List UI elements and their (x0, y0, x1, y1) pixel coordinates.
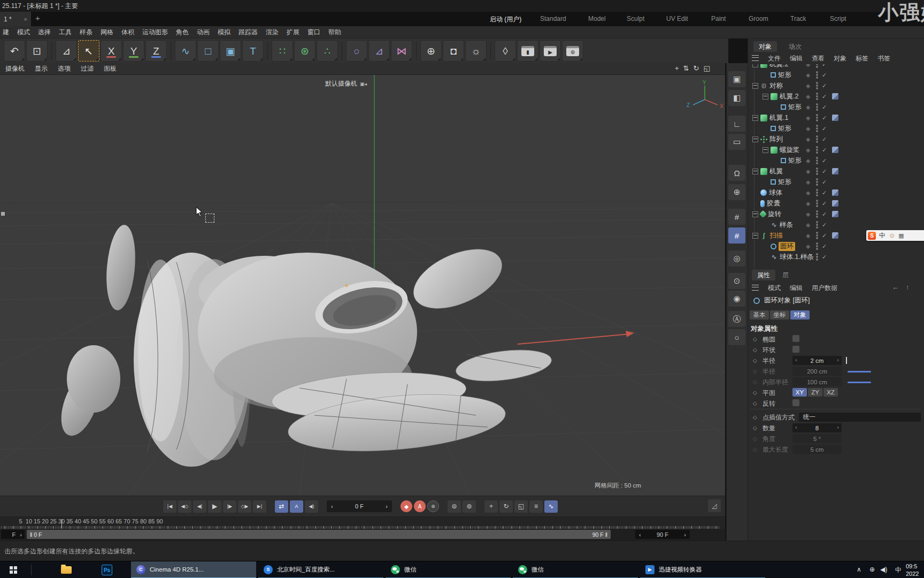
section-tab-对象[interactable]: 对象 (790, 310, 810, 320)
sound-button[interactable]: ◀) (305, 500, 318, 513)
tree-item-label[interactable]: 样条 (780, 220, 793, 230)
spline-pen-icon[interactable]: ∿ (175, 40, 196, 62)
menu-item-运动图形[interactable]: 运动图形 (142, 28, 168, 37)
enable-check-icon[interactable]: ✓ (822, 222, 827, 229)
tree-item-label[interactable]: 机翼.2 (780, 92, 798, 101)
tree-row[interactable]: ∿球体.1.样条◈✓ (748, 252, 924, 262)
phong-tag-icon[interactable] (832, 115, 838, 121)
taskbar-clock[interactable]: 09:5 2022 (906, 563, 924, 578)
light-icon[interactable]: ☼ (465, 40, 487, 62)
layout-tab-[interactable]: 启动 (用户) (490, 15, 521, 24)
expand-toggle-icon[interactable] (752, 136, 758, 142)
next-key-button[interactable]: ◇▶ (238, 500, 251, 513)
layer-icon[interactable]: ◈ (806, 93, 810, 100)
tree-row[interactable]: 圆环◈✓ (748, 241, 924, 252)
phong-tag-icon[interactable] (832, 200, 838, 207)
tree-item-label[interactable]: 胶囊 (767, 199, 780, 208)
camera-label[interactable]: 默认摄像机 ▣◂ (325, 79, 367, 88)
render-view-icon[interactable]: ◊ (495, 40, 516, 62)
graph-toggle-icon[interactable]: ◿ (708, 499, 721, 512)
tray-ime-icon[interactable]: 中 (895, 566, 902, 575)
visibility-dots-icon[interactable] (816, 234, 818, 237)
menu-item-窗口[interactable]: 窗口 (307, 28, 320, 37)
phong-tag-icon[interactable] (832, 189, 838, 196)
tree-row[interactable]: 机翼.2◈✓ (748, 91, 924, 102)
workplane-icon[interactable]: ▭ (728, 134, 745, 150)
layer-icon[interactable]: ◈ (806, 179, 810, 186)
checkbox[interactable] (792, 399, 799, 406)
enable-check-icon[interactable]: ✓ (822, 232, 827, 239)
menu-item-跟踪器[interactable]: 跟踪器 (238, 28, 258, 37)
layout-tab-groom[interactable]: Groom (749, 15, 768, 22)
sphere-outline-icon[interactable]: ○ (728, 329, 745, 345)
visibility-dots-icon[interactable] (816, 213, 818, 215)
current-frame-spinner[interactable]: ‹0 F› (327, 500, 392, 512)
enable-check-icon[interactable]: ✓ (822, 157, 827, 164)
hamburger-icon[interactable] (752, 285, 759, 291)
checkbox[interactable] (792, 346, 799, 353)
keyframe-dot-icon[interactable]: ◇ (753, 358, 757, 363)
visibility-dots-icon[interactable] (816, 64, 818, 65)
enable-check-icon[interactable]: ✓ (822, 93, 827, 100)
rotation-record-button[interactable]: ⊚ (463, 500, 476, 513)
menu-item-建[interactable]: 建 (3, 28, 9, 37)
chevron-right-icon[interactable]: › (684, 531, 686, 538)
play-button[interactable]: ▶ (208, 500, 221, 513)
new-tab-button[interactable]: + (35, 13, 40, 22)
gear-circle-icon[interactable]: ⊙ (728, 273, 745, 289)
enable-check-icon[interactable]: ✓ (822, 168, 827, 175)
file-explorer-icon[interactable] (61, 566, 72, 574)
layer-icon[interactable]: ◈ (806, 104, 810, 111)
value-field[interactable]: 200 cm (792, 367, 842, 376)
render-picture-viewer-icon[interactable]: ▶ (540, 40, 561, 62)
key-range-button[interactable]: A (290, 500, 303, 513)
visibility-dots-icon[interactable] (816, 127, 818, 130)
layout-tab-standard[interactable]: Standard (540, 15, 566, 22)
layer-icon[interactable]: ◈ (806, 115, 810, 121)
attr-menu-编辑[interactable]: 编辑 (790, 284, 803, 293)
menu-item-扩展[interactable]: 扩展 (287, 28, 299, 37)
tree-row[interactable]: 矩形◈✓ (748, 123, 924, 134)
visibility-dots-icon[interactable] (816, 181, 818, 183)
enable-check-icon[interactable]: ✓ (822, 64, 827, 68)
tree-item-label[interactable]: 矩形 (778, 71, 791, 80)
enable-check-icon[interactable]: ✓ (822, 147, 827, 154)
value-field[interactable]: 5 cm (792, 445, 842, 454)
om-menu-编辑[interactable]: 编辑 (790, 54, 803, 63)
bend-deformer-icon[interactable]: ○ (346, 40, 367, 62)
chevron-right-icon[interactable]: › (20, 531, 22, 538)
viewport[interactable]: Y Z X 默认摄像机 ▣◂ 网格间距 : 50 cm + (0, 75, 725, 496)
visibility-dots-icon[interactable] (816, 74, 818, 76)
chevron-left-icon[interactable]: ‹ (639, 531, 641, 538)
z-axis-lock-icon[interactable]: Z (145, 40, 167, 62)
layer-icon[interactable]: ◈ (806, 200, 810, 207)
camera-menu-icon[interactable]: ▣◂ (360, 81, 367, 87)
object-manager-tab-对象[interactable]: 对象 (753, 41, 777, 52)
keyframe-dot-icon[interactable]: ◇ (753, 390, 757, 396)
plane-chip-XZ[interactable]: XZ (823, 388, 838, 397)
tree-item-label[interactable]: 球体 (769, 188, 782, 197)
layout-tab-uvedit[interactable]: UV Edit (666, 15, 688, 22)
tree-item-label[interactable]: 旋转 (768, 210, 781, 219)
taskbar-button-2[interactable]: S北京时间_百度搜索... (258, 561, 383, 578)
layer-icon[interactable]: ◈ (806, 243, 810, 250)
visibility-dots-icon[interactable] (816, 85, 818, 87)
visibility-dots-icon[interactable] (816, 117, 818, 119)
x-axis-handle[interactable] (518, 331, 634, 344)
loop-mode-button[interactable]: ⇄ (275, 500, 288, 513)
tree-item-label[interactable]: 机翼.1 (769, 113, 788, 123)
visibility-dots-icon[interactable] (816, 106, 818, 108)
attr-menu-模式[interactable]: 模式 (768, 284, 781, 293)
layer-icon[interactable]: ◈ (806, 232, 810, 239)
cloner-icon[interactable]: ∷ (272, 40, 293, 62)
spinner-field[interactable]: 2 cm‹› (792, 356, 842, 365)
keyframe-dot-icon[interactable]: ◇ (753, 414, 757, 420)
menu-item-帮助[interactable]: 帮助 (328, 28, 341, 37)
keyframe-mouse-button[interactable]: ⊜ (448, 500, 461, 513)
enable-check-icon[interactable]: ✓ (822, 179, 827, 186)
enable-check-icon[interactable]: ✓ (822, 200, 827, 207)
tree-row[interactable]: 机翼◈✓ (748, 166, 924, 177)
layer-icon[interactable]: ◈ (806, 136, 810, 143)
axis-mode-icon[interactable]: ⊿ (56, 40, 77, 62)
hamburger-icon[interactable] (752, 55, 759, 61)
